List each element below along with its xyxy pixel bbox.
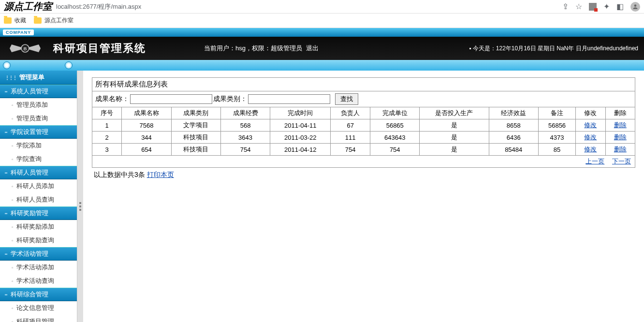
folder-icon xyxy=(34,17,42,24)
menu-item[interactable]: 学术活动查询 xyxy=(0,274,77,288)
menu-item[interactable]: 学院查询 xyxy=(0,152,77,166)
menu-item[interactable]: 科研奖励查询 xyxy=(0,234,77,247)
table-cell: 643643 xyxy=(370,132,420,144)
edit-link[interactable]: 修改 xyxy=(584,146,597,153)
table-cell: 344 xyxy=(122,132,171,144)
menu-item[interactable]: 论文信息管理 xyxy=(0,301,77,315)
table-cell: 568 xyxy=(220,119,270,132)
table-cell: 是 xyxy=(420,119,489,132)
table-row: 17568文学项目5682011-04-116756865是865856856修… xyxy=(92,119,635,132)
search-type-input[interactable] xyxy=(248,94,330,104)
delete-link[interactable]: 删除 xyxy=(614,146,627,153)
menu-item[interactable]: 管理员查询 xyxy=(0,112,77,125)
table-cell: 删除 xyxy=(605,144,635,156)
column-header: 成果名称 xyxy=(122,107,171,119)
logo-wings-icon: B xyxy=(6,41,44,56)
header-decoration xyxy=(0,60,644,71)
profile-icon[interactable] xyxy=(630,2,640,12)
bookmark-item[interactable]: 源点工作室 xyxy=(34,16,73,25)
svg-text:B: B xyxy=(24,46,27,51)
column-header: 删除 xyxy=(605,107,635,119)
menu-item[interactable]: 学院添加 xyxy=(0,139,77,152)
menu-section-label: 学术活动管理 xyxy=(11,249,48,258)
menu-item-label: 科研奖励查询 xyxy=(16,236,54,245)
menu-section[interactable]: 学术活动管理 xyxy=(0,247,77,261)
table-cell: 修改 xyxy=(576,144,605,156)
column-header: 成果类别 xyxy=(171,107,220,119)
menu-section[interactable]: 科研人员管理 xyxy=(0,166,77,179)
menu-item-label: 科研人员查询 xyxy=(16,195,54,204)
puzzle-icon[interactable]: ✦ xyxy=(603,2,610,11)
table-cell: 科技项目 xyxy=(171,144,220,156)
table-cell: 2011-04-12 xyxy=(270,144,331,156)
menu-item-label: 管理员查询 xyxy=(16,114,48,123)
menu-item[interactable]: 科研项目管理 xyxy=(0,315,77,322)
search-bar: 成果名称： 成果类别： 查找 xyxy=(92,91,635,107)
menu-section[interactable]: 学院设置管理 xyxy=(0,125,77,139)
next-page-link[interactable]: 下一页 xyxy=(612,158,631,165)
tab-title: 源点工作室 xyxy=(4,0,52,13)
logo: B 科研项目管理系统 xyxy=(6,41,146,56)
star-icon[interactable]: ☆ xyxy=(575,2,582,11)
menu-section-label: 科研人员管理 xyxy=(11,168,48,177)
search-name-input[interactable] xyxy=(130,94,212,104)
menu-item-label: 论文信息管理 xyxy=(16,304,54,312)
menu-item-label: 学院添加 xyxy=(16,141,42,150)
edit-link[interactable]: 修改 xyxy=(584,121,597,129)
menu-item[interactable]: 管理员添加 xyxy=(0,98,77,112)
edit-link[interactable]: 修改 xyxy=(584,133,597,141)
menu-item-label: 科研人员添加 xyxy=(16,182,54,190)
table-cell: 1 xyxy=(92,119,122,132)
table-cell: 文学项目 xyxy=(171,119,220,132)
menu-item[interactable]: 科研人员查询 xyxy=(0,193,77,206)
menu-item[interactable]: 科研奖励添加 xyxy=(0,220,77,234)
menu-section[interactable]: 科研综合管理 xyxy=(0,288,77,301)
menu-item-label: 学院查询 xyxy=(16,155,42,163)
table-cell: 修改 xyxy=(576,132,605,144)
table-cell: 56865 xyxy=(370,119,420,132)
column-header: 完成时间 xyxy=(270,107,331,119)
extension-icon[interactable] xyxy=(589,3,597,11)
menu-section[interactable]: 科研奖励管理 xyxy=(0,206,77,220)
delete-link[interactable]: 删除 xyxy=(614,121,627,129)
summary-text: 以上数据中共3条 xyxy=(94,171,147,178)
share-icon[interactable]: ⇪ xyxy=(562,2,569,11)
table-cell: 654 xyxy=(122,144,171,156)
splitter[interactable] xyxy=(77,71,83,322)
menu-item-label: 学术活动添加 xyxy=(16,263,54,272)
table-cell: 是 xyxy=(420,132,489,144)
column-header: 序号 xyxy=(92,107,122,119)
bookmark-item[interactable]: 收藏 xyxy=(4,16,26,25)
table-cell: 删除 xyxy=(605,119,635,132)
menu-title: 管理菜单 xyxy=(19,73,44,82)
menu-section[interactable]: 系统人员管理 xyxy=(0,85,77,98)
search-button[interactable]: 查找 xyxy=(335,93,358,105)
bookmark-label: 收藏 xyxy=(15,16,26,25)
bookmarks-bar: 收藏 源点工作室 xyxy=(0,14,644,28)
table-cell: 2011-04-11 xyxy=(270,119,331,132)
logout-link[interactable]: 退出 xyxy=(306,44,319,53)
browser-controls: ⇪ ☆ ✦ ◧ xyxy=(562,2,640,12)
delete-link[interactable]: 删除 xyxy=(614,133,627,141)
prev-page-link[interactable]: 上一页 xyxy=(585,158,604,165)
menu-item[interactable]: 学术活动添加 xyxy=(0,261,77,274)
table-cell: 85484 xyxy=(489,144,538,156)
menu-section-label: 学院设置管理 xyxy=(11,128,48,136)
menu-section-label: 科研综合管理 xyxy=(11,290,48,299)
data-table: 序号成果名称成果类别成果经费完成时间负责人完成单位是否投入生产经济效益备注修改删… xyxy=(92,107,635,168)
table-cell: 56856 xyxy=(538,119,575,132)
menu-item-label: 科研奖励添加 xyxy=(16,222,54,231)
url-text[interactable]: localhost:2677/程序/main.aspx xyxy=(56,2,562,11)
svg-point-0 xyxy=(634,4,637,7)
summary-row: 以上数据中共3条 打印本页 xyxy=(92,168,635,182)
table-cell: 4373 xyxy=(538,132,575,144)
table-cell: 67 xyxy=(331,119,370,132)
table-cell: 111 xyxy=(331,132,370,144)
table-cell: 删除 xyxy=(605,132,635,144)
folder-icon xyxy=(4,17,12,24)
column-header: 是否投入生产 xyxy=(420,107,489,119)
menu-item[interactable]: 科研人员添加 xyxy=(0,179,77,193)
panel-icon[interactable]: ◧ xyxy=(616,2,624,11)
table-cell: 3 xyxy=(92,144,122,156)
print-link[interactable]: 打印本页 xyxy=(147,171,174,178)
